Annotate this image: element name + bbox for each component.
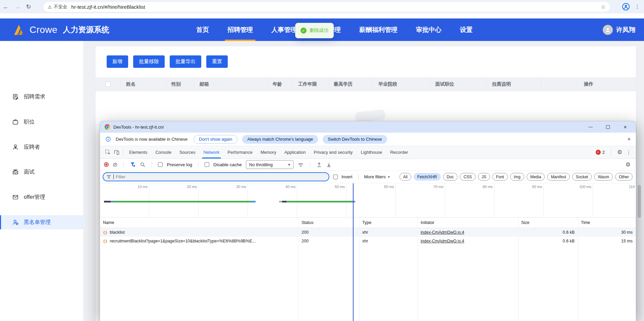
reset-button[interactable]: 重置 (206, 55, 228, 68)
filter-chip-img[interactable]: Img (510, 173, 524, 181)
network-request-row[interactable]: {}blacklist200xhrindex-CmAdmDwO.js:40.6 … (100, 228, 636, 237)
browser-profile-button[interactable] (622, 3, 630, 11)
more-filters-button[interactable]: More filters ▾ (364, 174, 390, 179)
tab-application[interactable]: Application (280, 146, 310, 158)
network-settings-gear-icon[interactable]: ⚙ (626, 162, 632, 168)
window-close-button[interactable]: × (616, 121, 634, 133)
devtools-more-menu-icon[interactable]: ⋮ (626, 149, 631, 155)
disable-cache-checkbox[interactable] (205, 162, 209, 167)
sidebar-item-offer-management[interactable]: offer管理 (0, 190, 83, 204)
user-menu[interactable]: 许凤翔 (603, 18, 635, 41)
filter-chip-wasm[interactable]: Wasm (594, 173, 613, 181)
net-column-type[interactable]: Type (359, 218, 418, 228)
nav-item-approval[interactable]: 审批中心 (416, 18, 441, 41)
interview-mail-icon (12, 169, 19, 175)
success-toast: ✓ 删除成功 (295, 23, 334, 38)
sidebar-item-position[interactable]: 职位 (0, 115, 83, 129)
browser-reload-button[interactable]: ↻ (23, 3, 34, 10)
filter-chip-manifest[interactable]: Manifest (547, 173, 570, 181)
net-column-time[interactable]: Time (578, 218, 636, 228)
initiator-link[interactable]: index-CmAdmDwO.js:4 (421, 239, 464, 243)
inspect-element-button[interactable] (103, 149, 112, 155)
export-har-icon[interactable] (326, 162, 332, 168)
invert-filter-checkbox[interactable] (333, 175, 338, 179)
nav-item-compensation[interactable]: 薪酬福利管理 (359, 18, 397, 41)
initiator-link[interactable]: index-CmAdmDwO.js:4 (421, 230, 464, 235)
filter-chip-media[interactable]: Media (527, 173, 545, 181)
throttling-select[interactable]: No throttling ▾ (246, 160, 293, 169)
network-conditions-icon[interactable] (298, 162, 304, 168)
filter-chip-socket[interactable]: Socket (572, 173, 592, 181)
preserve-log-checkbox[interactable] (158, 162, 163, 167)
net-column-size[interactable]: Size (518, 218, 578, 228)
devtools-window: DevTools - hr-test.zjf-it.cn/ × DevTools… (100, 121, 636, 321)
filter-chip-js[interactable]: JS (478, 173, 490, 181)
filter-chip-other[interactable]: Other (615, 173, 633, 181)
filter-chip-all[interactable]: All (399, 173, 411, 181)
tab-sources[interactable]: Sources (175, 146, 200, 158)
import-har-icon[interactable] (316, 162, 322, 168)
sidebar-item-applicant[interactable]: 应聘者 (0, 140, 83, 154)
devtools-titlebar[interactable]: DevTools - hr-test.zjf-it.cn/ × (100, 121, 636, 133)
tab-performance[interactable]: Performance (223, 146, 256, 158)
sidebar-item-label: 应聘者 (24, 144, 40, 151)
dont-show-again-button[interactable]: Don't show again (194, 135, 237, 144)
column-header-9: 拉黑说明 (487, 77, 541, 91)
filter-funnel-icon[interactable] (130, 162, 136, 168)
window-maximize-button[interactable] (599, 121, 616, 133)
sidebar-item-label: 黑名单管理 (24, 219, 51, 226)
network-request-row[interactable]: {}recruitmentBlacklist?page=1&pageSize=1… (100, 237, 636, 245)
sidebar-item-blacklist-management[interactable]: 黑名单管理 (0, 215, 83, 229)
user-icon (604, 27, 611, 33)
select-all-checkbox[interactable] (105, 82, 111, 87)
network-overview-timeline[interactable]: 10 ms20 ms30 ms40 ms50 ms60 ms70 ms80 ms… (100, 183, 636, 218)
device-toolbar-button[interactable] (112, 149, 121, 155)
error-count-badge[interactable]: × 2 (596, 150, 605, 155)
record-network-log-button[interactable] (104, 162, 109, 167)
batch-export-button[interactable]: 批量导出 (170, 55, 201, 68)
nav-item-settings[interactable]: 设置 (460, 18, 473, 41)
tab-memory[interactable]: Memory (257, 146, 280, 158)
tab-console[interactable]: Console (151, 146, 175, 158)
infobar-close-icon[interactable]: × (628, 136, 631, 142)
net-column-status[interactable]: Status (299, 218, 359, 228)
sidebar-item-recruitment-needs[interactable]: 招聘需求 (0, 90, 83, 104)
clear-network-log-icon[interactable]: ⊘ (113, 162, 117, 168)
browser-forward-button[interactable]: → (11, 3, 23, 10)
batch-remove-button[interactable]: 批量移除 (133, 55, 165, 68)
page-scrollbar-thumb[interactable] (638, 185, 641, 218)
browser-back-button[interactable]: ← (0, 3, 11, 10)
net-column-initiator[interactable]: Initiator (418, 218, 518, 228)
window-minimize-button[interactable] (582, 121, 599, 133)
switch-devtools-chinese-button[interactable]: Switch DevTools to Chinese (323, 135, 387, 144)
devtools-settings-gear-icon[interactable]: ⚙ (617, 149, 622, 155)
nav-item-home[interactable]: 首页 (196, 18, 209, 41)
column-header-7: 毕业院校 (373, 77, 430, 91)
sidebar-item-interview[interactable]: 面试 (0, 165, 83, 179)
tab-elements[interactable]: Elements (125, 146, 151, 158)
profile-icon (622, 3, 630, 11)
address-bar[interactable]: ⚠ 不安全 hr-test.zjf-it.cn/#/hire/hireBlack… (44, 2, 610, 12)
filter-chip-doc[interactable]: Doc (443, 173, 458, 181)
bookmark-star-icon[interactable]: ☆ (601, 3, 606, 10)
match-chrome-language-button[interactable]: Always match Chrome's language (242, 135, 318, 144)
tab-recorder[interactable]: Recorder (386, 146, 412, 158)
site-security-chip[interactable]: ⚠ 不安全 (48, 4, 67, 10)
filter-chip-css[interactable]: CSS (460, 173, 476, 181)
network-filter-input[interactable]: Filter (103, 172, 329, 181)
filter-chip-fetch-xhr[interactable]: Fetch/XHR (414, 173, 441, 181)
nav-item-recruitment[interactable]: 招聘管理 (227, 18, 253, 41)
nav-item-personnel[interactable]: 人事管理 (271, 18, 297, 41)
filter-icon (107, 175, 111, 179)
request-size-cell: 0.6 kB (518, 228, 578, 237)
tab-privacy-and-security[interactable]: Privacy and security (310, 146, 357, 158)
browser-menu-button[interactable]: ⋮ (634, 3, 641, 11)
tab-network[interactable]: Network (200, 146, 224, 158)
tab-lighthouse[interactable]: Lighthouse (357, 146, 386, 158)
filter-chip-font[interactable]: Font (492, 173, 508, 181)
net-column-name[interactable]: Name (100, 218, 299, 228)
action-button-row: 新增批量移除批量导出重置 (107, 55, 228, 68)
error-count: 2 (602, 150, 605, 155)
add-button[interactable]: 新增 (107, 55, 128, 68)
search-icon[interactable] (140, 162, 146, 168)
